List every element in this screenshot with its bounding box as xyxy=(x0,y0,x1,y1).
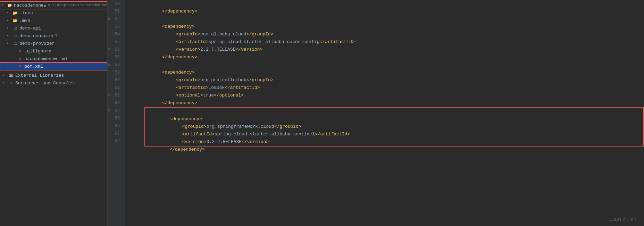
fold-icon-56[interactable]: ⊟ xyxy=(108,46,110,53)
fold-icon-62[interactable]: ⊟ xyxy=(108,92,110,99)
line-67: 67 xyxy=(108,130,122,137)
root-arrow xyxy=(1,3,6,8)
code-line-56: </dependency> xyxy=(132,46,644,53)
fold-icon-58[interactable]: ⊟ xyxy=(108,61,110,69)
line-number-gutter: 50 51 ⊟ 52 53 54 55 ⊟ 56 57 ⊟ ↻ 58 59 60… xyxy=(108,0,125,226)
editor-area: 50 51 ⊟ 52 53 54 55 ⊟ 56 57 ⊟ ↻ 58 59 60… xyxy=(108,0,644,226)
scratches-icon: ✎ xyxy=(8,80,14,86)
line-57: 57 xyxy=(108,53,122,61)
code-line-60: <artifactId>lombok</artifactId> xyxy=(132,76,644,84)
root-path: D:\javaproject\nacosdemonew xyxy=(48,3,108,7)
sidebar-item-demo-consumer1[interactable]: 🗂 demo-consumer1 xyxy=(0,32,107,40)
demo-consumer1-label: demo-consumer1 xyxy=(19,33,57,39)
demo-api-arrow xyxy=(7,26,12,31)
mvn-label: .mvn xyxy=(19,18,30,23)
sidebar-item-mvn[interactable]: 📂 .mvn xyxy=(0,17,107,24)
idea-icon: 📂 xyxy=(12,10,18,16)
idea-label: .idea xyxy=(19,10,33,16)
line-63: 63 xyxy=(108,99,122,107)
fold-icon-64[interactable]: ⊟ xyxy=(108,107,110,115)
line-66: 66 xyxy=(108,122,122,130)
demo-provider-icon: 🗂 xyxy=(12,41,18,46)
line-61: 61 xyxy=(108,84,122,92)
sidebar-item-gitignore[interactable]: ⚙ .gitignore xyxy=(0,47,107,55)
code-line-62: </dependency> xyxy=(132,92,644,99)
scratches-label: Scratches and Consoles xyxy=(15,81,75,86)
demo-api-label: demo-api xyxy=(19,26,41,31)
line-59: 59 xyxy=(108,69,122,76)
line-58: ⊟ ↻ 58 xyxy=(108,61,122,69)
code-line-55: <version>2.2.7.RELEASE</version> xyxy=(132,38,644,46)
root-label: nacosdemonew xyxy=(14,3,47,8)
demo-provider-arrow xyxy=(7,41,12,46)
sidebar-item-demo-provider[interactable]: 🗂 demo-provider xyxy=(0,40,107,47)
line-54: 54 xyxy=(108,31,122,38)
sidebar-item-external-libraries[interactable]: 📚 External Libraries xyxy=(0,72,107,79)
gitignore-icon: ⚙ xyxy=(17,48,23,54)
pom-label: pom.xml xyxy=(24,64,43,69)
line-52: ⊟ 52 xyxy=(108,15,122,23)
fold-icon-52[interactable]: ⊟ xyxy=(108,15,110,23)
code-line-59: <groupId>org.projectlombok</groupId> xyxy=(132,69,644,76)
mvn-arrow xyxy=(7,18,12,23)
watermark: CSDN @小z ♀ xyxy=(609,217,637,223)
code-line-58: <dependency> xyxy=(132,61,644,69)
code-line-53: <groupId>com.alibaba.cloud</groupId> xyxy=(132,23,644,31)
iml-icon: m xyxy=(17,56,23,61)
mvn-icon: 📂 xyxy=(12,18,18,23)
line-55: 55 xyxy=(108,38,122,46)
gitignore-label: .gitignore xyxy=(24,49,51,54)
pom-icon: m xyxy=(17,64,23,69)
code-line-51 xyxy=(132,8,644,15)
line-56: ⊟ 56 xyxy=(108,46,122,53)
sidebar-item-idea[interactable]: 📂 .idea xyxy=(0,9,107,17)
highlighted-block: <dependency> <groupId>org.springframewor… xyxy=(144,107,644,147)
code-line-63 xyxy=(132,99,644,107)
demo-api-icon: 🗂 xyxy=(12,25,18,31)
external-arrow xyxy=(3,73,8,78)
iml-label: nacosdemonew.iml xyxy=(24,56,68,61)
external-label: External Libraries xyxy=(15,73,64,78)
external-icon: 📚 xyxy=(8,73,14,78)
code-line-57 xyxy=(132,53,644,61)
code-line-61: <optional>true</optional> xyxy=(132,84,644,92)
code-line-65: <groupId>org.springframework.cloud</grou… xyxy=(147,115,642,123)
line-65: 65 xyxy=(108,115,122,122)
code-content: </dependency> <dependency> <groupId>com.… xyxy=(125,0,644,226)
code-line-52: <dependency> xyxy=(132,15,644,23)
demo-consumer1-icon: 🗂 xyxy=(12,33,18,39)
code-line-64: <dependency> xyxy=(147,108,642,115)
code-line-50: </dependency> xyxy=(132,0,644,8)
code-line-54: <artifactId>spring-cloud-starter-alibaba… xyxy=(132,31,644,38)
sidebar-item-pom[interactable]: m pom.xml xyxy=(0,62,107,70)
line-51: 51 xyxy=(108,8,122,15)
sidebar-item-demo-api[interactable]: 🗂 demo-api xyxy=(0,24,107,32)
line-50: 50 xyxy=(108,0,122,8)
scratches-arrow xyxy=(3,81,8,85)
demo-consumer1-arrow xyxy=(7,33,12,38)
line-53: 53 xyxy=(108,23,122,31)
root-folder-icon: 📁 xyxy=(7,2,12,8)
line-62: ⊟ 62 xyxy=(108,92,122,99)
line-68: 68 xyxy=(108,137,122,145)
sidebar-item-scratches[interactable]: ✎ Scratches and Consoles xyxy=(0,79,107,87)
tree-root[interactable]: 📁 nacosdemonew D:\javaproject\nacosdemon… xyxy=(0,1,107,9)
line-60: 60 xyxy=(108,76,122,84)
line-64: ⊟ 64 xyxy=(108,107,122,115)
demo-provider-label: demo-provider xyxy=(19,41,55,46)
file-tree: 📁 nacosdemonew D:\javaproject\nacosdemon… xyxy=(0,0,108,226)
sidebar-item-iml[interactable]: m nacosdemonew.iml xyxy=(0,55,107,62)
idea-arrow xyxy=(7,10,12,15)
